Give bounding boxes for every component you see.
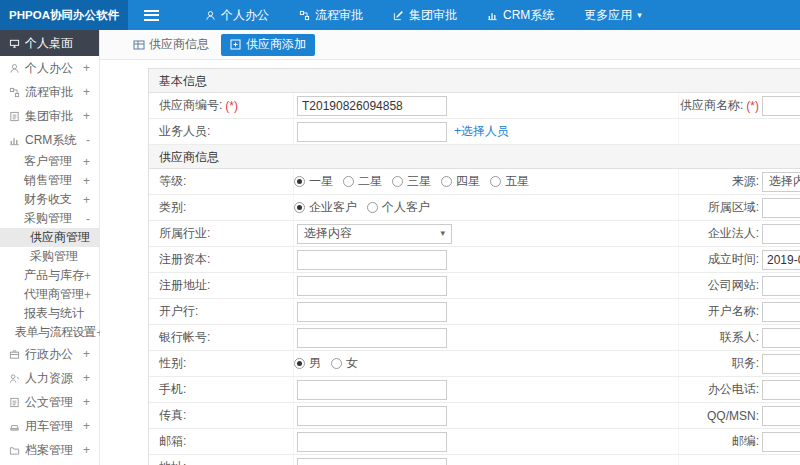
account-name-input[interactable] — [762, 302, 800, 322]
sidebar-item-reports[interactable]: 报表与统计 — [0, 304, 99, 323]
content: 基本信息 供应商编号:(*) 供应商名称:(*) 业务人员: +选择人员 供应商… — [100, 60, 800, 465]
desktop-icon — [9, 38, 20, 49]
gender-option-male[interactable]: 男 — [294, 355, 321, 372]
sidebar-item-crm-system[interactable]: CRM系统- — [0, 128, 99, 152]
sidebar-item-form-flow-settings[interactable]: 表单与流程设置+ — [0, 323, 99, 342]
folder-icon — [9, 445, 20, 456]
nav-crm-system[interactable]: CRM系统 — [487, 7, 554, 24]
bank-input[interactable] — [297, 302, 447, 322]
user-icon — [205, 10, 216, 21]
legal-person-input[interactable] — [762, 224, 800, 244]
section-basic-info: 基本信息 — [149, 69, 800, 93]
supplier-name-input[interactable] — [762, 96, 800, 116]
staff-input[interactable] — [297, 122, 447, 142]
radio-selected-icon — [294, 202, 305, 213]
gender-option-female[interactable]: 女 — [331, 355, 358, 372]
table-icon — [133, 39, 145, 51]
nav-more-apps[interactable]: 更多应用 ▾ — [584, 7, 642, 24]
form-row-fax-qq: 传真: QQ/MSN: — [149, 403, 800, 429]
sidebar-item-archives[interactable]: 档案管理+ — [0, 438, 99, 462]
level-option-3[interactable]: 三星 — [392, 173, 431, 190]
sidebar-item-group-approval[interactable]: 集团审批+ — [0, 104, 99, 128]
supplier-code-label: 供应商编号: — [159, 97, 222, 114]
nav-process-approval[interactable]: 流程审批 — [299, 7, 363, 24]
sidebar-item-desktop[interactable]: 个人桌面 — [0, 30, 99, 56]
radio-icon — [367, 202, 378, 213]
required-mark: (*) — [746, 99, 759, 113]
caret-down-icon: ▾ — [440, 229, 445, 238]
sidebar-item-agent-mgmt[interactable]: 代理商管理+ — [0, 285, 99, 304]
nav-group-approval[interactable]: 集团审批 — [393, 7, 457, 24]
add-grid-icon — [230, 39, 241, 50]
form-row-code-name: 供应商编号:(*) 供应商名称:(*) — [149, 93, 800, 119]
nav-personal-office[interactable]: 个人办公 — [205, 7, 269, 24]
gender-label: 性别: — [159, 355, 186, 372]
bank-account-input[interactable] — [297, 328, 447, 348]
level-option-5[interactable]: 五星 — [490, 173, 529, 190]
mobile-label: 手机: — [159, 381, 186, 398]
sidebar-item-supplier-mgmt[interactable]: 供应商管理 — [0, 228, 99, 247]
website-input[interactable] — [762, 276, 800, 296]
user-icon — [9, 63, 20, 74]
source-select[interactable]: 选择内容▾ — [762, 172, 800, 192]
supplier-code-input[interactable] — [297, 96, 447, 116]
position-input[interactable] — [762, 354, 800, 374]
form-row-mobile-phone: 手机: 办公电话: — [149, 377, 800, 403]
reg-address-label: 注册地址: — [159, 277, 210, 294]
industry-label: 所属行业: — [159, 225, 210, 242]
email-label: 邮箱: — [159, 433, 186, 450]
form-row-industry-legal: 所属行业: 选择内容▾ 企业法人: — [149, 221, 800, 247]
tab-supplier-info[interactable]: 供应商信息 — [133, 36, 209, 53]
sidebar-item-personal-office[interactable]: 个人办公+ — [0, 56, 99, 80]
account-name-label: 开户名称: — [708, 303, 759, 320]
fax-input[interactable] — [297, 406, 447, 426]
zip-input[interactable] — [762, 432, 800, 452]
fax-label: 传真: — [159, 407, 186, 424]
bank-label: 开户行: — [159, 303, 198, 320]
category-option-personal[interactable]: 个人客户 — [367, 199, 430, 216]
form-row-bank-accountname: 开户行: 开户名称: — [149, 299, 800, 325]
form-row-address: 地址: — [149, 455, 800, 465]
radio-icon — [490, 176, 501, 187]
contact-input[interactable] — [762, 328, 800, 348]
founded-date-input[interactable] — [762, 250, 800, 270]
app-logo: PHPOA协同办公软件 — [0, 0, 128, 30]
sidebar-item-finance[interactable]: 财务收支+ — [0, 190, 99, 209]
level-option-4[interactable]: 四星 — [441, 173, 480, 190]
sidebar-item-procurement[interactable]: 采购管理 — [0, 247, 99, 266]
category-option-company[interactable]: 企业客户 — [294, 199, 357, 216]
address-input[interactable] — [297, 458, 447, 465]
caret-down-icon: ▾ — [637, 11, 642, 20]
mobile-input[interactable] — [297, 380, 447, 400]
radio-icon — [343, 176, 354, 187]
region-input[interactable] — [762, 198, 800, 218]
supplier-name-label: 供应商名称: — [680, 97, 743, 114]
level-option-2[interactable]: 二星 — [343, 173, 382, 190]
sidebar-item-customer-mgmt[interactable]: 客户管理+ — [0, 152, 99, 171]
qq-msn-label: QQ/MSN: — [707, 409, 759, 423]
sidebar-item-sales-mgmt[interactable]: 销售管理+ — [0, 171, 99, 190]
office-phone-input[interactable] — [762, 380, 800, 400]
chart-icon — [9, 135, 20, 146]
top-bar: PHPOA协同办公软件 个人办公 流程审批 集团审批 CRM系统 更多应用 ▾ — [0, 0, 800, 30]
capital-input[interactable] — [297, 250, 447, 270]
sidebar-item-vehicle-mgmt[interactable]: 用车管理+ — [0, 414, 99, 438]
qq-msn-input[interactable] — [762, 406, 800, 426]
sidebar-item-purchase-mgmt[interactable]: 采购管理- — [0, 209, 99, 228]
level-option-1[interactable]: 一星 — [294, 173, 333, 190]
choose-staff-link[interactable]: +选择人员 — [454, 123, 509, 140]
sidebar-item-product-inventory[interactable]: 产品与库存+ — [0, 266, 99, 285]
hamburger-menu-icon[interactable] — [144, 10, 159, 21]
tab-supplier-add[interactable]: 供应商添加 — [221, 34, 315, 56]
sidebar-item-admin-office[interactable]: 行政办公+ — [0, 342, 99, 366]
reg-address-input[interactable] — [297, 276, 447, 296]
position-label: 职务: — [732, 355, 759, 372]
sidebar-item-process-approval[interactable]: 流程审批+ — [0, 80, 99, 104]
email-input[interactable] — [297, 432, 447, 452]
industry-select[interactable]: 选择内容▾ — [297, 224, 452, 244]
form-row-level-source: 等级: 一星 二星 三星 四星 五星 来源: 选择内容▾ — [149, 169, 800, 195]
sidebar-item-official-docs[interactable]: 公文管理+ — [0, 390, 99, 414]
sidebar-item-hr[interactable]: 人力资源+ — [0, 366, 99, 390]
briefcase-icon — [9, 349, 20, 360]
radio-icon — [441, 176, 452, 187]
